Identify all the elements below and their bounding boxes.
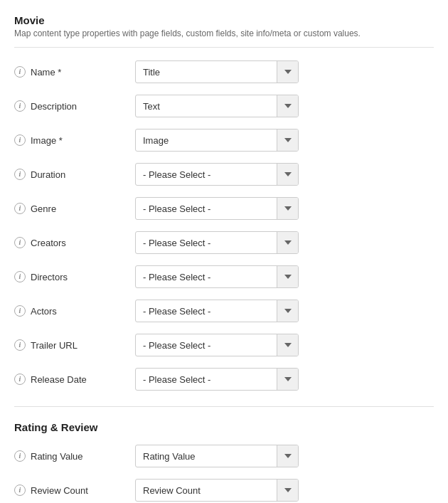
info-icon-duration: i (14, 169, 26, 180)
info-icon-rating_value: i (14, 450, 26, 462)
field-label-description: Description (31, 101, 77, 112)
info-icon-genre: i (14, 203, 26, 214)
select-creators[interactable]: - Please Select - (136, 232, 298, 253)
field-label-duration: Duration (31, 169, 65, 180)
field-label-release_date: Release Date (31, 374, 87, 385)
info-icon-review_count: i (14, 485, 26, 496)
field-label-group-release_date: iRelease Date (14, 374, 135, 385)
select-actors[interactable]: - Please Select - (136, 300, 298, 322)
select-wrapper-name: Title (135, 60, 299, 83)
select-wrapper-creators: - Please Select - (135, 231, 299, 254)
field-control-creators: - Please Select - (135, 231, 299, 254)
field-label-creators: Creators (31, 238, 66, 248)
field-label-group-genre: iGenre (14, 203, 135, 214)
select-name[interactable]: Title (136, 61, 298, 83)
field-row-directors: iDirectors- Please Select - (14, 260, 434, 294)
field-label-group-description: iDescription (14, 100, 135, 112)
field-row-release_date: iRelease Date- Please Select - (14, 362, 434, 396)
field-control-name: Title (135, 60, 299, 83)
select-release_date[interactable]: - Please Select - (136, 369, 298, 390)
info-icon-creators: i (14, 237, 26, 248)
section-divider (14, 406, 434, 407)
select-rating_value[interactable]: Rating Value (136, 445, 298, 467)
field-label-review_count: Review Count (31, 485, 88, 496)
field-label-group-actors: iActors (14, 305, 135, 317)
info-icon-image: i (14, 134, 26, 146)
select-image[interactable]: Image (136, 129, 298, 151)
field-row-image: iImage *Image (14, 123, 434, 157)
select-wrapper-review_count: Review Count (135, 479, 299, 502)
field-control-actors: - Please Select - (135, 300, 299, 322)
select-trailer_url[interactable]: - Please Select - (136, 334, 298, 356)
field-label-directors: Directors (31, 272, 68, 282)
info-icon-release_date: i (14, 374, 26, 385)
field-label-group-name: iName * (14, 66, 135, 78)
field-row-name: iName *Title (14, 55, 434, 89)
info-icon-name: i (14, 66, 26, 78)
field-control-trailer_url: - Please Select - (135, 334, 299, 356)
info-icon-directors: i (14, 271, 26, 282)
select-genre[interactable]: - Please Select - (136, 198, 298, 219)
field-label-group-review_count: iReview Count (14, 485, 135, 496)
field-label-group-creators: iCreators (14, 237, 135, 248)
rating-section-title: Rating & Review (14, 414, 434, 439)
field-control-duration: - Please Select - (135, 163, 299, 186)
select-wrapper-genre: - Please Select - (135, 197, 299, 220)
field-control-description: Text (135, 95, 299, 117)
info-icon-description: i (14, 100, 26, 112)
movie-fields: iName *TitleiDescriptionTextiImage *Imag… (14, 55, 434, 396)
field-label-group-directors: iDirectors (14, 271, 135, 282)
field-control-rating_value: Rating Value (135, 445, 299, 467)
page-container: Movie Map content type properties with p… (0, 0, 448, 503)
field-control-directors: - Please Select - (135, 265, 299, 288)
info-icon-actors: i (14, 305, 26, 317)
field-row-trailer_url: iTrailer URL- Please Select - (14, 328, 434, 362)
select-description[interactable]: Text (136, 95, 298, 117)
movie-section-subtitle: Map content type properties with page fi… (14, 28, 434, 38)
field-control-review_count: Review Count (135, 479, 299, 502)
field-label-group-rating_value: iRating Value (14, 450, 135, 462)
movie-section-header: Movie Map content type properties with p… (14, 14, 434, 48)
field-row-duration: iDuration- Please Select - (14, 157, 434, 191)
select-wrapper-release_date: - Please Select - (135, 368, 299, 391)
field-control-genre: - Please Select - (135, 197, 299, 220)
select-wrapper-description: Text (135, 95, 299, 117)
select-duration[interactable]: - Please Select - (136, 164, 298, 185)
field-row-actors: iActors- Please Select - (14, 294, 434, 328)
select-wrapper-actors: - Please Select - (135, 300, 299, 322)
select-wrapper-duration: - Please Select - (135, 163, 299, 186)
movie-section-title: Movie (14, 14, 434, 26)
field-label-actors: Actors (31, 306, 57, 317)
field-label-name: Name * (31, 67, 61, 78)
field-row-rating_value: iRating ValueRating Value (14, 439, 434, 473)
field-row-genre: iGenre- Please Select - (14, 191, 434, 226)
field-label-image: Image * (31, 135, 63, 146)
field-row-creators: iCreators- Please Select - (14, 226, 434, 260)
field-row-review_count: iReview CountReview Count (14, 473, 434, 503)
select-directors[interactable]: - Please Select - (136, 266, 298, 287)
select-wrapper-directors: - Please Select - (135, 265, 299, 288)
field-label-group-image: iImage * (14, 134, 135, 146)
field-row-description: iDescriptionText (14, 89, 434, 123)
field-label-genre: Genre (31, 203, 56, 214)
select-wrapper-image: Image (135, 129, 299, 152)
field-label-group-trailer_url: iTrailer URL (14, 339, 135, 351)
field-label-rating_value: Rating Value (31, 451, 82, 462)
field-control-release_date: - Please Select - (135, 368, 299, 391)
select-wrapper-trailer_url: - Please Select - (135, 334, 299, 356)
select-wrapper-rating_value: Rating Value (135, 445, 299, 467)
field-label-group-duration: iDuration (14, 169, 135, 180)
rating-fields: iRating ValueRating ValueiReview CountRe… (14, 439, 434, 503)
field-label-trailer_url: Trailer URL (31, 340, 78, 351)
field-control-image: Image (135, 129, 299, 152)
info-icon-trailer_url: i (14, 339, 26, 351)
select-review_count[interactable]: Review Count (136, 480, 298, 501)
